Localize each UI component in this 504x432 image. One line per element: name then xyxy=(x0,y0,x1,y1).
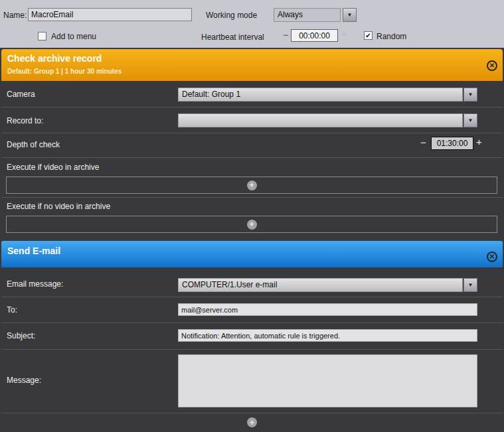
macro-editor-window: Name: Working mode Always ▼ Add to menu … xyxy=(0,0,504,432)
add-action-no-video-button[interactable]: + xyxy=(6,216,497,233)
check-archive-title: Check archive record xyxy=(7,53,102,64)
plus-icon: + xyxy=(341,28,347,39)
subject-label: Subject: xyxy=(7,331,35,340)
plus-circle-icon: + xyxy=(247,180,257,190)
divider xyxy=(1,157,503,158)
to-input[interactable] xyxy=(178,303,477,316)
check-archive-header: Check archive record Default: Group 1 | … xyxy=(1,49,503,81)
divider xyxy=(1,413,503,413)
depth-of-check-label: Depth of check xyxy=(7,140,60,149)
divider xyxy=(1,107,503,108)
heartbeat-interval-input[interactable] xyxy=(291,29,338,42)
close-icon: ✕ xyxy=(489,253,495,260)
depth-of-check-input[interactable] xyxy=(431,137,473,150)
minus-icon: − xyxy=(420,137,426,148)
chevron-down-icon: ▼ xyxy=(468,117,473,123)
email-message-dropdown-arrow[interactable]: ▼ xyxy=(463,278,477,292)
add-action-video-button[interactable]: + xyxy=(6,177,497,194)
divider xyxy=(1,297,503,297)
chevron-down-icon: ▼ xyxy=(347,12,353,18)
camera-select[interactable]: Default: Group 1 xyxy=(178,88,463,102)
plus-icon: + xyxy=(476,136,482,147)
plus-circle-icon: + xyxy=(247,417,257,427)
record-to-dropdown-arrow[interactable]: ▼ xyxy=(463,113,477,127)
send-email-title: Send E-mail xyxy=(7,246,60,256)
plus-circle-icon: + xyxy=(247,220,257,230)
divider xyxy=(1,323,503,323)
close-check-archive-button[interactable]: ✕ xyxy=(487,60,497,71)
checkmark-icon: ✔ xyxy=(365,32,371,39)
random-checkbox[interactable]: ✔ xyxy=(364,31,373,40)
record-to-label: Record to: xyxy=(7,116,43,125)
close-icon: ✕ xyxy=(489,62,495,69)
macro-name-input[interactable] xyxy=(28,8,192,21)
record-to-select[interactable] xyxy=(178,113,463,127)
depth-plus-stepper[interactable]: + xyxy=(476,136,482,147)
divider xyxy=(1,197,503,198)
random-label: Random xyxy=(377,32,406,41)
divider xyxy=(1,349,503,350)
check-archive-subtitle: Default: Group 1 | 1 hour 30 minutes xyxy=(7,68,122,75)
working-mode-select[interactable]: Always xyxy=(274,8,341,22)
add-action-bottom-button[interactable]: + xyxy=(245,415,259,429)
chevron-down-icon: ▼ xyxy=(468,92,473,98)
execute-if-no-video-label: Execute if no video in archive xyxy=(7,202,110,211)
heartbeat-plus-stepper[interactable]: + xyxy=(341,28,347,39)
message-label: Message: xyxy=(7,376,41,385)
email-message-select[interactable]: COMPUTER/1.User e-mail xyxy=(178,278,463,292)
to-label: To: xyxy=(7,305,17,315)
subject-input[interactable] xyxy=(178,329,477,342)
divider xyxy=(1,133,503,133)
name-label: Name: xyxy=(3,11,27,20)
execute-if-video-label: Execute if video in archive xyxy=(7,163,99,172)
add-to-menu-checkbox[interactable] xyxy=(38,32,46,40)
working-mode-dropdown-arrow[interactable]: ▼ xyxy=(343,8,357,22)
close-send-email-button[interactable]: ✕ xyxy=(487,252,497,262)
send-email-header: Send E-mail xyxy=(1,241,503,267)
message-textarea[interactable] xyxy=(178,354,477,407)
heartbeat-minus-stepper[interactable]: − xyxy=(283,29,289,40)
email-message-label: Email message: xyxy=(7,279,63,289)
minus-icon: − xyxy=(283,29,289,40)
heartbeat-interval-label: Heartbeat interval xyxy=(201,33,264,42)
add-to-menu-label: Add to menu xyxy=(51,32,96,41)
working-mode-label: Working mode xyxy=(206,11,257,20)
depth-minus-stepper[interactable]: − xyxy=(420,137,426,148)
chevron-down-icon: ▼ xyxy=(468,282,473,288)
camera-dropdown-arrow[interactable]: ▼ xyxy=(463,88,477,102)
camera-label: Camera xyxy=(7,90,35,99)
